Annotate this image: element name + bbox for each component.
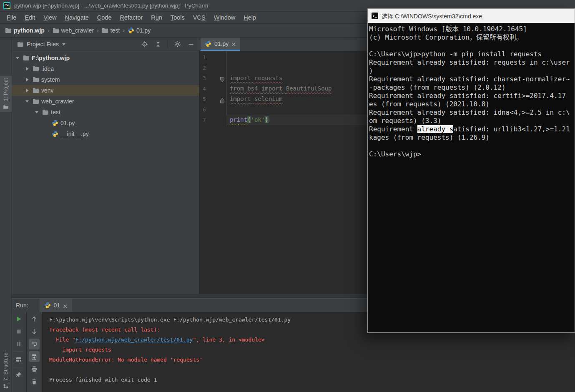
- text-segment: (: [247, 116, 251, 123]
- tool-stripe-project[interactable]: 1: Project: [0, 76, 12, 112]
- text-segment: ): [265, 116, 268, 123]
- menu-item-file[interactable]: File: [3, 13, 20, 23]
- tree-row-F-python.wjp[interactable]: F:\python.wjp: [12, 53, 199, 63]
- stop-button[interactable]: [13, 326, 24, 337]
- minimize-button[interactable]: [187, 40, 195, 48]
- text-segment: Requirement already satisfied: charset-n…: [369, 75, 570, 83]
- tree-node-label: 01.py: [60, 120, 75, 126]
- menu-item-navigate[interactable]: Navigate: [61, 13, 93, 23]
- cmd-output-line: (c) Microsoft Corporation。保留所有权利。: [369, 33, 575, 42]
- tree-row-system[interactable]: system: [12, 74, 199, 85]
- menu-item-help[interactable]: Help: [239, 13, 260, 23]
- text-segment: Process finished with exit code 1: [49, 377, 157, 383]
- soft-wrap-button[interactable]: [29, 339, 40, 349]
- text-segment: Requirement already satisfied: idna<4,>=…: [369, 108, 570, 116]
- breadcrumb-item-web_crawler[interactable]: web_crawler: [53, 27, 94, 34]
- editor-tab-label: 01.py: [214, 40, 228, 47]
- expanded-arrow-icon: [33, 109, 40, 116]
- collapse-button[interactable]: [154, 40, 162, 48]
- text-segment: import requests: [49, 347, 111, 353]
- tree-row-__init__.py[interactable]: __init__.py: [12, 128, 199, 139]
- delete-button[interactable]: [29, 376, 40, 387]
- tree-row-venv[interactable]: venv: [12, 85, 199, 96]
- breadcrumb-item-01-py[interactable]: 01.py: [128, 27, 151, 34]
- cmd-output-line: ): [369, 67, 575, 75]
- pause-button[interactable]: [13, 339, 24, 349]
- chevron-down-icon: [62, 42, 66, 46]
- breadcrumb-label: web_crawler: [61, 27, 94, 34]
- expanded-arrow-icon: [14, 55, 21, 61]
- scroll-to-end-button[interactable]: [29, 351, 40, 362]
- project-view-dropdown[interactable]: Project Files: [27, 41, 59, 48]
- line-number: 3: [199, 73, 226, 83]
- python-file-icon: [44, 302, 51, 309]
- fold-marker-icon[interactable]: [220, 75, 225, 81]
- run-toolbar-console: [27, 312, 42, 392]
- tool-stripe-structure[interactable]: 7: Structure: [0, 350, 12, 391]
- collapsed-arrow-icon: [24, 65, 30, 72]
- tree-node-label: web_crawler: [41, 98, 74, 105]
- run-tab-01[interactable]: 01: [40, 299, 73, 312]
- rerun-button[interactable]: [13, 314, 24, 324]
- toolbar-divider: [14, 352, 24, 352]
- cmd-output-line: Requirement already satisfied: requests …: [369, 58, 575, 67]
- run-tab-close-icon[interactable]: [63, 303, 68, 308]
- tab-close-icon[interactable]: [231, 41, 236, 46]
- text-segment: ModuleNotFoundError: No module named 're…: [49, 357, 203, 363]
- text-segment: Requirement already satisfied: requests …: [369, 58, 570, 66]
- traceback-file-link[interactable]: F:/python.wjp/web_crawler/test/01.py: [75, 337, 193, 343]
- folder-icon: [5, 27, 12, 34]
- gear-button[interactable]: [174, 40, 181, 48]
- folder-icon: [42, 109, 49, 116]
- menu-item-window[interactable]: Window: [210, 13, 240, 23]
- tree-node-label: __init__.py: [60, 131, 89, 137]
- text-segment: Microsoft Windows [版本 10.0.19042.1645]: [369, 25, 527, 33]
- menu-item-tools[interactable]: Tools: [166, 13, 189, 23]
- text-segment: ", line 3, in <module>: [193, 337, 264, 343]
- text-segment: om requests) (3.3): [369, 117, 441, 125]
- menu-item-refactor[interactable]: Refactor: [116, 13, 147, 23]
- cmd-window: 选择 C:\WINDOWS\system32\cmd.exe Microsoft…: [367, 8, 575, 333]
- fold-marker-icon[interactable]: [220, 96, 225, 102]
- run-tab-label: 01: [54, 302, 60, 309]
- cmd-console-output[interactable]: Microsoft Windows [版本 10.0.19042.1645](c…: [368, 23, 575, 332]
- left-tool-stripe: 1: Project7: StructureFavorites: [0, 38, 12, 392]
- text-segment: Requirement: [369, 125, 417, 133]
- cmd-icon: [372, 13, 378, 19]
- text-segment: import: [230, 95, 254, 102]
- pin-button[interactable]: [13, 369, 24, 380]
- folder-icon: [102, 27, 108, 34]
- text-segment: ): [369, 67, 373, 75]
- breadcrumb-item-test[interactable]: test: [102, 27, 120, 34]
- editor-tab-01py[interactable]: 01.py: [201, 38, 240, 51]
- cmd-output-line: kages (from requests) (1.26.9): [369, 133, 575, 142]
- pycharm-window: PC python.wjp [F:\python.wjp] - ...\web_…: [0, 0, 575, 392]
- tree-row-.idea[interactable]: .idea: [12, 63, 199, 74]
- tree-node-label: test: [51, 109, 60, 116]
- locate-button[interactable]: [141, 40, 148, 48]
- pycharm-logo-icon: PC: [3, 2, 10, 9]
- cmd-output-line: C:\Users\wjp>: [369, 150, 575, 158]
- folder-icon: [17, 41, 24, 48]
- collapsed-arrow-icon: [24, 76, 30, 83]
- menu-item-code[interactable]: Code: [93, 13, 116, 23]
- up-button[interactable]: [29, 314, 40, 324]
- menu-item-view[interactable]: View: [39, 13, 60, 23]
- arrow-spacer: [43, 131, 50, 137]
- menu-item-edit[interactable]: Edit: [20, 13, 39, 23]
- folder-icon: [33, 98, 39, 105]
- menu-item-vcs[interactable]: VCS: [189, 13, 210, 23]
- menu-item-run[interactable]: Run: [147, 13, 166, 23]
- cmd-output-line: es (from requests) (2021.10.8): [369, 100, 575, 108]
- down-button[interactable]: [29, 326, 40, 337]
- cmd-output-line: Requirement already satisfied: certifi>=…: [369, 92, 575, 100]
- text-segment: import: [230, 75, 254, 81]
- restore-layout-button[interactable]: [13, 354, 24, 365]
- breadcrumb-label: 01.py: [136, 27, 151, 34]
- cmd-title-bar[interactable]: 选择 C:\WINDOWS\system32\cmd.exe: [368, 9, 575, 23]
- tree-row-test[interactable]: test: [12, 107, 199, 118]
- breadcrumb-item-python-wjp[interactable]: python.wjp: [5, 27, 45, 34]
- tree-row-web_crawler[interactable]: web_crawler: [12, 96, 199, 107]
- print-button[interactable]: [29, 364, 40, 374]
- tree-row-01.py[interactable]: 01.py: [12, 118, 199, 128]
